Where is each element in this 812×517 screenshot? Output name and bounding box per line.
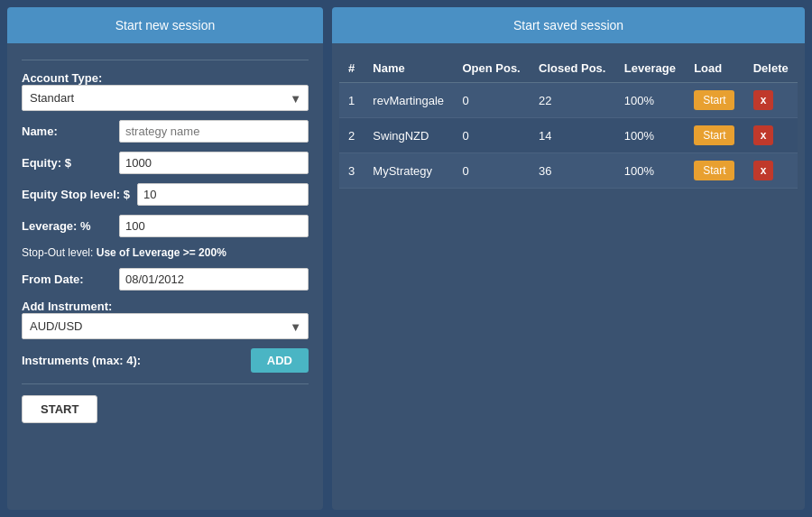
- cell-leverage: 100%: [615, 153, 685, 189]
- cell-leverage: 100%: [615, 118, 685, 153]
- table-header-row: # Name Open Pos. Closed Pos. Leverage Lo…: [339, 54, 798, 83]
- from-date-group: From Date:: [22, 268, 309, 291]
- stop-out-prefix: Stop-Out level:: [22, 246, 93, 259]
- delete-button[interactable]: x: [753, 125, 774, 145]
- name-input[interactable]: [119, 120, 309, 143]
- account-type-label: Account Type:: [22, 71, 309, 85]
- cell-delete: x: [744, 153, 798, 189]
- stop-out-value: Use of Leverage >= 200%: [97, 246, 226, 259]
- instrument-wrapper: AUD/USD EUR/USD GBP/USD USD/JPY USD/CHF …: [22, 313, 309, 339]
- cell-delete: x: [744, 83, 798, 118]
- cell-num: 3: [339, 153, 364, 189]
- start-saved-button[interactable]: Start: [694, 125, 734, 145]
- instrument-select[interactable]: AUD/USD EUR/USD GBP/USD USD/JPY USD/CHF: [22, 313, 309, 339]
- cell-closed: 22: [530, 83, 615, 118]
- col-open: Open Pos.: [453, 54, 530, 83]
- cell-load: Start: [685, 83, 744, 118]
- cell-delete: x: [744, 118, 798, 153]
- equity-stop-input[interactable]: [137, 183, 309, 206]
- table-row: 2 SwingNZD 0 14 100% Start x: [339, 118, 798, 153]
- cell-leverage: 100%: [615, 83, 685, 118]
- col-load: Load: [685, 54, 744, 83]
- left-panel: Start new session Account Type: Standart…: [7, 7, 323, 510]
- add-button[interactable]: ADD: [251, 348, 309, 373]
- left-panel-title: Start new session: [115, 18, 216, 32]
- cell-open: 0: [453, 83, 530, 118]
- right-panel-body: # Name Open Pos. Closed Pos. Leverage Lo…: [332, 43, 805, 196]
- delete-button[interactable]: x: [753, 161, 774, 180]
- equity-input[interactable]: [119, 152, 309, 174]
- right-panel: Start saved session # Name Open Pos. Clo…: [332, 7, 805, 510]
- cell-open: 0: [453, 118, 530, 153]
- leverage-label: Leverage: %: [22, 219, 112, 233]
- col-leverage: Leverage: [615, 54, 685, 83]
- start-saved-button[interactable]: Start: [694, 161, 734, 180]
- table-row: 3 MyStrategy 0 36 100% Start x: [339, 153, 798, 189]
- col-delete: Delete: [744, 54, 798, 83]
- account-type-section: Account Type: Standart Pro ECN ▼: [22, 71, 309, 111]
- cell-load: Start: [685, 153, 744, 189]
- from-date-input[interactable]: [119, 268, 309, 291]
- right-panel-title: Start saved session: [513, 18, 623, 32]
- start-saved-button[interactable]: Start: [694, 90, 734, 110]
- instruments-max-label: Instruments (max: 4):: [22, 354, 141, 367]
- left-panel-header: Start new session: [7, 7, 323, 43]
- cell-load: Start: [685, 118, 744, 153]
- cell-name: SwingNZD: [364, 118, 453, 153]
- cell-num: 2: [339, 118, 364, 153]
- right-panel-header: Start saved session: [332, 7, 805, 43]
- cell-closed: 14: [530, 118, 615, 153]
- name-label: Name:: [22, 125, 112, 138]
- col-closed: Closed Pos.: [530, 54, 615, 83]
- leverage-input[interactable]: [119, 215, 309, 237]
- stop-out-group: Stop-Out level: Use of Leverage >= 200%: [22, 246, 309, 259]
- equity-stop-label: Equity Stop level: $: [22, 188, 130, 201]
- cell-name: MyStrategy: [364, 153, 453, 189]
- name-group: Name:: [22, 120, 309, 143]
- saved-sessions-table: # Name Open Pos. Closed Pos. Leverage Lo…: [339, 54, 798, 189]
- add-instrument-label: Add Instrument:: [22, 300, 309, 313]
- cell-closed: 36: [530, 153, 615, 189]
- leverage-group: Leverage: %: [22, 215, 309, 237]
- instruments-row: Instruments (max: 4): ADD: [22, 348, 309, 373]
- cell-open: 0: [453, 153, 530, 189]
- from-date-label: From Date:: [22, 272, 112, 286]
- add-instrument-section: Add Instrument: AUD/USD EUR/USD GBP/USD …: [22, 300, 309, 339]
- start-button[interactable]: START: [22, 395, 97, 423]
- equity-stop-group: Equity Stop level: $: [22, 183, 309, 206]
- equity-group: Equity: $: [22, 152, 309, 174]
- divider-top: [22, 60, 309, 60]
- cell-name: revMartingale: [364, 83, 453, 118]
- account-type-wrapper: Standart Pro ECN ▼: [22, 85, 309, 111]
- col-num: #: [339, 54, 364, 83]
- col-name: Name: [364, 54, 453, 83]
- equity-label: Equity: $: [22, 156, 112, 170]
- main-container: Start new session Account Type: Standart…: [0, 0, 812, 517]
- account-type-select[interactable]: Standart Pro ECN: [22, 85, 309, 111]
- divider-bottom: [22, 383, 309, 384]
- cell-num: 1: [339, 83, 364, 118]
- table-row: 1 revMartingale 0 22 100% Start x: [339, 83, 798, 118]
- delete-button[interactable]: x: [753, 90, 774, 110]
- left-panel-body: Account Type: Standart Pro ECN ▼ Name: E…: [7, 43, 323, 510]
